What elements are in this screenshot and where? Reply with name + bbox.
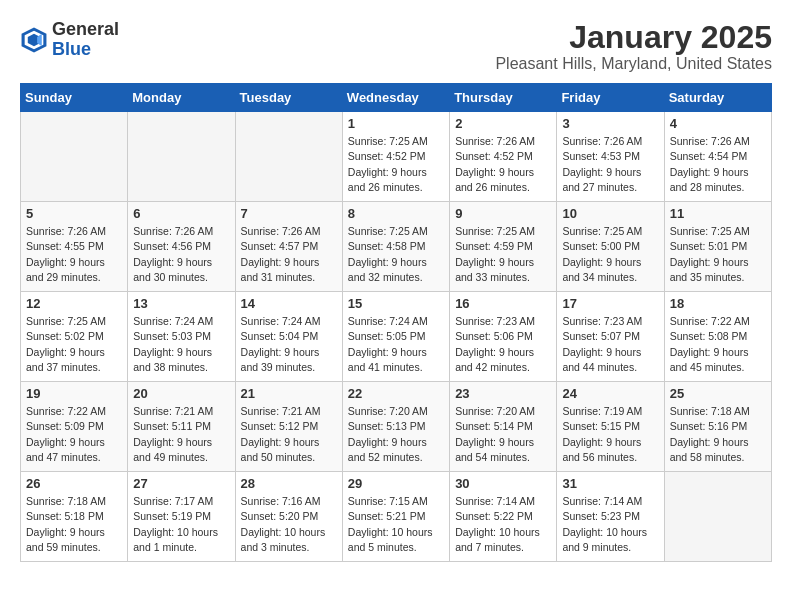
day-cell: 30Sunrise: 7:14 AM Sunset: 5:22 PM Dayli…	[450, 472, 557, 562]
logo: General Blue	[20, 20, 119, 60]
day-cell: 4Sunrise: 7:26 AM Sunset: 4:54 PM Daylig…	[664, 112, 771, 202]
day-info: Sunrise: 7:17 AM Sunset: 5:19 PM Dayligh…	[133, 494, 229, 555]
day-info: Sunrise: 7:26 AM Sunset: 4:52 PM Dayligh…	[455, 134, 551, 195]
day-cell	[664, 472, 771, 562]
day-number: 4	[670, 116, 766, 131]
day-number: 22	[348, 386, 444, 401]
weekday-header-saturday: Saturday	[664, 84, 771, 112]
day-number: 17	[562, 296, 658, 311]
day-number: 11	[670, 206, 766, 221]
day-number: 28	[241, 476, 337, 491]
day-cell: 28Sunrise: 7:16 AM Sunset: 5:20 PM Dayli…	[235, 472, 342, 562]
day-cell: 26Sunrise: 7:18 AM Sunset: 5:18 PM Dayli…	[21, 472, 128, 562]
day-cell: 21Sunrise: 7:21 AM Sunset: 5:12 PM Dayli…	[235, 382, 342, 472]
day-number: 18	[670, 296, 766, 311]
day-cell: 16Sunrise: 7:23 AM Sunset: 5:06 PM Dayli…	[450, 292, 557, 382]
page: General Blue January 2025 Pleasant Hills…	[0, 0, 792, 572]
day-number: 31	[562, 476, 658, 491]
generalblue-icon	[20, 26, 48, 54]
day-cell: 19Sunrise: 7:22 AM Sunset: 5:09 PM Dayli…	[21, 382, 128, 472]
day-info: Sunrise: 7:26 AM Sunset: 4:55 PM Dayligh…	[26, 224, 122, 285]
day-cell: 20Sunrise: 7:21 AM Sunset: 5:11 PM Dayli…	[128, 382, 235, 472]
weekday-header-row: SundayMondayTuesdayWednesdayThursdayFrid…	[21, 84, 772, 112]
day-info: Sunrise: 7:19 AM Sunset: 5:15 PM Dayligh…	[562, 404, 658, 465]
day-number: 13	[133, 296, 229, 311]
weekday-header-friday: Friday	[557, 84, 664, 112]
day-info: Sunrise: 7:24 AM Sunset: 5:04 PM Dayligh…	[241, 314, 337, 375]
day-cell: 3Sunrise: 7:26 AM Sunset: 4:53 PM Daylig…	[557, 112, 664, 202]
day-info: Sunrise: 7:24 AM Sunset: 5:05 PM Dayligh…	[348, 314, 444, 375]
day-info: Sunrise: 7:25 AM Sunset: 5:00 PM Dayligh…	[562, 224, 658, 285]
day-cell: 8Sunrise: 7:25 AM Sunset: 4:58 PM Daylig…	[342, 202, 449, 292]
day-number: 21	[241, 386, 337, 401]
day-cell: 13Sunrise: 7:24 AM Sunset: 5:03 PM Dayli…	[128, 292, 235, 382]
week-row-2: 5Sunrise: 7:26 AM Sunset: 4:55 PM Daylig…	[21, 202, 772, 292]
day-info: Sunrise: 7:26 AM Sunset: 4:56 PM Dayligh…	[133, 224, 229, 285]
day-info: Sunrise: 7:23 AM Sunset: 5:07 PM Dayligh…	[562, 314, 658, 375]
day-cell: 7Sunrise: 7:26 AM Sunset: 4:57 PM Daylig…	[235, 202, 342, 292]
day-info: Sunrise: 7:25 AM Sunset: 4:58 PM Dayligh…	[348, 224, 444, 285]
day-info: Sunrise: 7:23 AM Sunset: 5:06 PM Dayligh…	[455, 314, 551, 375]
day-cell	[235, 112, 342, 202]
weekday-header-sunday: Sunday	[21, 84, 128, 112]
title-area: January 2025 Pleasant Hills, Maryland, U…	[495, 20, 772, 73]
day-cell: 31Sunrise: 7:14 AM Sunset: 5:23 PM Dayli…	[557, 472, 664, 562]
day-info: Sunrise: 7:18 AM Sunset: 5:18 PM Dayligh…	[26, 494, 122, 555]
week-row-5: 26Sunrise: 7:18 AM Sunset: 5:18 PM Dayli…	[21, 472, 772, 562]
day-cell: 22Sunrise: 7:20 AM Sunset: 5:13 PM Dayli…	[342, 382, 449, 472]
day-number: 20	[133, 386, 229, 401]
day-number: 27	[133, 476, 229, 491]
day-info: Sunrise: 7:26 AM Sunset: 4:54 PM Dayligh…	[670, 134, 766, 195]
day-cell: 25Sunrise: 7:18 AM Sunset: 5:16 PM Dayli…	[664, 382, 771, 472]
day-info: Sunrise: 7:25 AM Sunset: 5:02 PM Dayligh…	[26, 314, 122, 375]
day-number: 26	[26, 476, 122, 491]
day-cell: 17Sunrise: 7:23 AM Sunset: 5:07 PM Dayli…	[557, 292, 664, 382]
day-info: Sunrise: 7:22 AM Sunset: 5:09 PM Dayligh…	[26, 404, 122, 465]
weekday-header-monday: Monday	[128, 84, 235, 112]
day-info: Sunrise: 7:22 AM Sunset: 5:08 PM Dayligh…	[670, 314, 766, 375]
day-info: Sunrise: 7:20 AM Sunset: 5:14 PM Dayligh…	[455, 404, 551, 465]
day-cell: 27Sunrise: 7:17 AM Sunset: 5:19 PM Dayli…	[128, 472, 235, 562]
day-number: 8	[348, 206, 444, 221]
day-number: 7	[241, 206, 337, 221]
day-cell: 15Sunrise: 7:24 AM Sunset: 5:05 PM Dayli…	[342, 292, 449, 382]
day-cell: 29Sunrise: 7:15 AM Sunset: 5:21 PM Dayli…	[342, 472, 449, 562]
day-number: 15	[348, 296, 444, 311]
day-info: Sunrise: 7:25 AM Sunset: 5:01 PM Dayligh…	[670, 224, 766, 285]
day-cell: 10Sunrise: 7:25 AM Sunset: 5:00 PM Dayli…	[557, 202, 664, 292]
day-number: 12	[26, 296, 122, 311]
weekday-header-tuesday: Tuesday	[235, 84, 342, 112]
day-number: 2	[455, 116, 551, 131]
day-info: Sunrise: 7:20 AM Sunset: 5:13 PM Dayligh…	[348, 404, 444, 465]
day-info: Sunrise: 7:16 AM Sunset: 5:20 PM Dayligh…	[241, 494, 337, 555]
day-info: Sunrise: 7:21 AM Sunset: 5:11 PM Dayligh…	[133, 404, 229, 465]
day-number: 5	[26, 206, 122, 221]
day-info: Sunrise: 7:25 AM Sunset: 4:59 PM Dayligh…	[455, 224, 551, 285]
day-number: 16	[455, 296, 551, 311]
day-info: Sunrise: 7:15 AM Sunset: 5:21 PM Dayligh…	[348, 494, 444, 555]
week-row-1: 1Sunrise: 7:25 AM Sunset: 4:52 PM Daylig…	[21, 112, 772, 202]
week-row-4: 19Sunrise: 7:22 AM Sunset: 5:09 PM Dayli…	[21, 382, 772, 472]
day-cell: 1Sunrise: 7:25 AM Sunset: 4:52 PM Daylig…	[342, 112, 449, 202]
week-row-3: 12Sunrise: 7:25 AM Sunset: 5:02 PM Dayli…	[21, 292, 772, 382]
day-info: Sunrise: 7:25 AM Sunset: 4:52 PM Dayligh…	[348, 134, 444, 195]
day-info: Sunrise: 7:24 AM Sunset: 5:03 PM Dayligh…	[133, 314, 229, 375]
calendar: SundayMondayTuesdayWednesdayThursdayFrid…	[20, 83, 772, 562]
day-number: 14	[241, 296, 337, 311]
header-area: General Blue January 2025 Pleasant Hills…	[20, 20, 772, 73]
day-cell: 2Sunrise: 7:26 AM Sunset: 4:52 PM Daylig…	[450, 112, 557, 202]
day-number: 3	[562, 116, 658, 131]
day-info: Sunrise: 7:18 AM Sunset: 5:16 PM Dayligh…	[670, 404, 766, 465]
month-title: January 2025	[495, 20, 772, 55]
day-cell: 24Sunrise: 7:19 AM Sunset: 5:15 PM Dayli…	[557, 382, 664, 472]
day-number: 30	[455, 476, 551, 491]
weekday-header-thursday: Thursday	[450, 84, 557, 112]
day-number: 24	[562, 386, 658, 401]
day-info: Sunrise: 7:26 AM Sunset: 4:57 PM Dayligh…	[241, 224, 337, 285]
day-cell: 14Sunrise: 7:24 AM Sunset: 5:04 PM Dayli…	[235, 292, 342, 382]
weekday-header-wednesday: Wednesday	[342, 84, 449, 112]
day-cell: 9Sunrise: 7:25 AM Sunset: 4:59 PM Daylig…	[450, 202, 557, 292]
day-number: 10	[562, 206, 658, 221]
day-info: Sunrise: 7:14 AM Sunset: 5:23 PM Dayligh…	[562, 494, 658, 555]
day-cell: 6Sunrise: 7:26 AM Sunset: 4:56 PM Daylig…	[128, 202, 235, 292]
